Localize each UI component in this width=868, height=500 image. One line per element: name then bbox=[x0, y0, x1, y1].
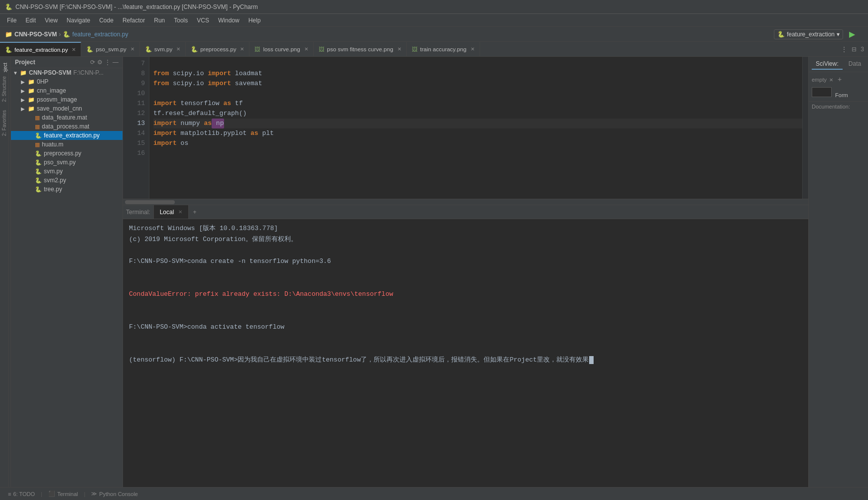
code-line-11: import tensorflow as tf bbox=[153, 99, 802, 109]
tree-root[interactable]: ▼ 📁 CNN-PSO-SVM F:\CNN-P... bbox=[11, 68, 123, 77]
menu-window[interactable]: Window bbox=[214, 15, 244, 25]
terminal-status-label: Terminal bbox=[57, 491, 78, 497]
run-config-label: feature_extraction bbox=[787, 31, 835, 38]
minimap bbox=[802, 57, 808, 199]
tab-icon: 🐍 bbox=[86, 46, 93, 53]
tab-pso-fitness[interactable]: 🖼 pso svm fitness curve.png ✕ bbox=[314, 42, 407, 56]
tab-loss-curve[interactable]: 🖼 loss curve.png ✕ bbox=[249, 42, 313, 56]
sciview-close-icon[interactable]: ✕ bbox=[829, 77, 833, 83]
titlebar: 🐍 CNN-PSO-SVM [F:\CNN-PSO-SVM] - ...\fea… bbox=[0, 0, 868, 14]
sciview-empty-label: empty bbox=[812, 77, 827, 83]
code-editor[interactable]: 7 8 9 10 11 12 13 14 15 16 from scipy.io… bbox=[123, 57, 808, 199]
py-file-icon: 🐍 bbox=[35, 132, 42, 139]
kw-import: import bbox=[153, 119, 177, 128]
menu-code[interactable]: Code bbox=[95, 15, 118, 25]
tab-close-icon[interactable]: ✕ bbox=[72, 47, 76, 52]
todo-label: 6: TODO bbox=[13, 491, 35, 497]
tab-pso-svm[interactable]: 🐍 pso_svm.py ✕ bbox=[81, 42, 139, 56]
tree-folder-save-model[interactable]: ▶ 📁 save_model_cnn bbox=[11, 104, 123, 113]
scrollbar-thumb[interactable] bbox=[125, 200, 175, 204]
tab-close-icon[interactable]: ✕ bbox=[471, 46, 475, 52]
tree-file-data-process[interactable]: ▶ ▦ data_process.mat bbox=[11, 122, 123, 131]
project-gear-icon[interactable]: ⋮ bbox=[105, 59, 111, 66]
breadcrumb-file[interactable]: feature_extraction.py bbox=[72, 31, 128, 38]
menu-help[interactable]: Help bbox=[245, 15, 265, 25]
tab-close-icon[interactable]: ✕ bbox=[397, 46, 401, 52]
editor-area: 7 8 9 10 11 12 13 14 15 16 from scipy.io… bbox=[123, 57, 808, 487]
tab-preprocess[interactable]: 🐍 preprocess.py ✕ bbox=[186, 42, 249, 56]
statusbar: ≡ 6: TODO | ⬛ Terminal | ≫ Python Consol… bbox=[0, 487, 868, 500]
tab-split-icon[interactable]: ⊟ bbox=[852, 46, 857, 53]
menu-run[interactable]: Run bbox=[150, 15, 169, 25]
status-item-todo[interactable]: ≡ 6: TODO bbox=[4, 490, 39, 498]
status-item-python-console[interactable]: ≫ Python Console bbox=[87, 490, 142, 498]
tree-file-tree[interactable]: ▶ 🐍 tree.py bbox=[11, 185, 123, 194]
tab-train-accuracy[interactable]: 🖼 train accuracy.png ✕ bbox=[407, 42, 480, 56]
project-name[interactable]: CNN-PSO-SVM bbox=[14, 31, 57, 38]
breadcrumb-sep: › bbox=[59, 31, 61, 38]
project-collapse-icon[interactable]: — bbox=[113, 59, 119, 66]
menu-file[interactable]: File bbox=[3, 15, 20, 25]
kw-import: import bbox=[153, 99, 177, 109]
terminal-line-5: F:\CNN-PSO-SVM>conda activate tensorflow bbox=[129, 322, 802, 333]
structure-tab-favorites[interactable]: 2: Favorites bbox=[0, 106, 8, 140]
tree-file-pso-svm[interactable]: ▶ 🐍 pso_svm.py bbox=[11, 158, 123, 167]
bottom-tab-local[interactable]: Local ✕ bbox=[154, 205, 189, 219]
local-tab-close-icon[interactable]: ✕ bbox=[178, 209, 182, 215]
tab-icon: 🐍 bbox=[5, 46, 12, 53]
file-label: data_feature.mat bbox=[42, 114, 87, 121]
root-label: CNN-PSO-SVM bbox=[29, 69, 71, 76]
tab-close-icon[interactable]: ✕ bbox=[130, 46, 134, 52]
tab-icon: 🖼 bbox=[412, 46, 418, 52]
file-label: preprocess.py bbox=[44, 150, 81, 157]
tab-close-icon[interactable]: ✕ bbox=[176, 46, 180, 52]
tree-file-feature-extraction[interactable]: ▶ 🐍 feature_extraction.py bbox=[11, 131, 123, 140]
menu-view[interactable]: View bbox=[41, 15, 62, 25]
dropdown-arrow-icon: ▾ bbox=[837, 31, 840, 38]
project-sync-icon[interactable]: ⟳ bbox=[90, 59, 95, 66]
menu-navigate[interactable]: Navigate bbox=[63, 15, 94, 25]
terminal-line-empty-5 bbox=[129, 311, 802, 322]
terminal-content[interactable]: Microsoft Windows [版本 10.0.18363.778] (c… bbox=[123, 219, 808, 414]
tree-folder-0hp[interactable]: ▶ 📁 0HP bbox=[11, 77, 123, 86]
folder-label: save_model_cnn bbox=[37, 105, 82, 112]
kw-as: as bbox=[223, 99, 231, 109]
run-config-dropdown[interactable]: 🐍 feature_extraction ▾ bbox=[774, 29, 843, 39]
folder-arrow: ▶ bbox=[21, 88, 28, 94]
tab-close-icon[interactable]: ✕ bbox=[240, 46, 244, 52]
right-tab-sciview[interactable]: SciView: bbox=[812, 59, 843, 70]
code-line-7 bbox=[153, 59, 802, 69]
status-item-terminal[interactable]: ⬛ Terminal bbox=[44, 490, 82, 498]
tree-file-huatu[interactable]: ▶ ▦ huatu.m bbox=[11, 140, 123, 149]
menu-tools[interactable]: Tools bbox=[170, 15, 192, 25]
tree-file-svm2[interactable]: ▶ 🐍 svm2.py bbox=[11, 176, 123, 185]
project-settings-icon[interactable]: ⚙ bbox=[97, 59, 103, 66]
tab-feature-extraction[interactable]: 🐍 feature_extraction.py ✕ bbox=[0, 42, 81, 56]
terminal-line-4: CondaValueError: prefix already exists: … bbox=[129, 289, 802, 300]
tab-svm[interactable]: 🐍 svm.py ✕ bbox=[140, 42, 186, 56]
tab-overflow-icon[interactable]: ⋮ bbox=[841, 45, 848, 53]
tree-file-data-feature[interactable]: ▶ ▦ data_feature.mat bbox=[11, 113, 123, 122]
horizontal-scrollbar[interactable] bbox=[123, 199, 808, 205]
sciview-add-icon[interactable]: + bbox=[838, 75, 842, 83]
terminal-line-3: F:\CNN-PSO-SVM>conda create -n tensorflo… bbox=[129, 256, 802, 267]
tree-file-preprocess[interactable]: ▶ 🐍 preprocess.py bbox=[11, 149, 123, 158]
run-button[interactable]: ▶ bbox=[846, 28, 858, 40]
menu-edit[interactable]: Edit bbox=[21, 15, 40, 25]
tree-folder-cnn-image[interactable]: ▶ 📁 cnn_image bbox=[11, 86, 123, 95]
bottom-tab-add[interactable]: + bbox=[189, 205, 200, 219]
project-panel: Project ⟳ ⚙ ⋮ — ▼ 📁 CNN-PSO-SVM F:\CNN-P… bbox=[11, 57, 123, 487]
menu-vcs[interactable]: VCS bbox=[193, 15, 213, 25]
root-expand-arrow: ▼ bbox=[13, 70, 20, 76]
structure-tab-structure[interactable]: 2: Structure bbox=[0, 72, 8, 106]
code-content[interactable]: from scipy.io import loadmat from scipy.… bbox=[149, 57, 802, 199]
tab-label: pso svm fitness curve.png bbox=[327, 46, 393, 52]
menu-refactor[interactable]: Refactor bbox=[119, 15, 149, 25]
right-tab-data[interactable]: Data bbox=[845, 59, 865, 70]
tab-close-icon[interactable]: ✕ bbox=[304, 46, 308, 52]
tree-folder-psosvm[interactable]: ▶ 📁 psosvm_image bbox=[11, 95, 123, 104]
tree-file-svm[interactable]: ▶ 🐍 svm.py bbox=[11, 167, 123, 176]
py-file-icon: 🐍 bbox=[35, 168, 42, 175]
file-label: data_process.mat bbox=[42, 123, 89, 130]
tab-icon: 🐍 bbox=[191, 46, 198, 53]
